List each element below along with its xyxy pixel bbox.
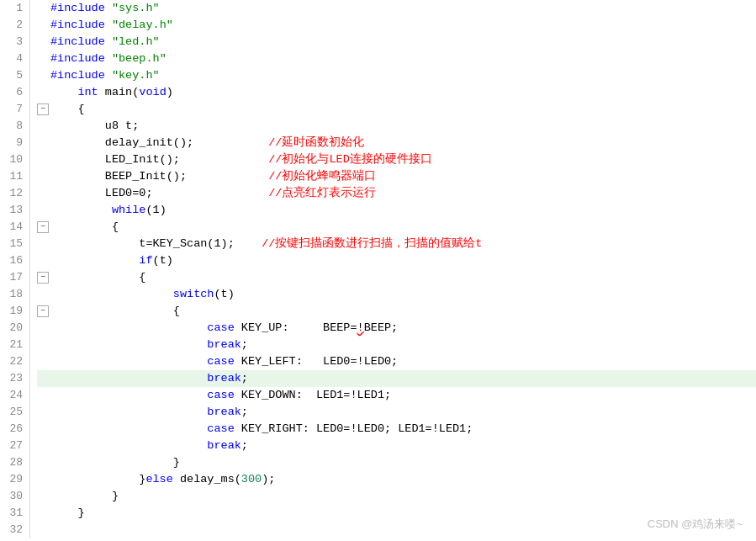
line-number: 26 xyxy=(7,421,23,438)
code-text: { xyxy=(50,303,756,320)
code-text: int main(void) xyxy=(50,84,756,101)
code-line: LED_Init(); //初始化与LED连接的硬件接口 xyxy=(37,151,756,168)
line-number: 24 xyxy=(7,387,23,404)
line-number: 14 xyxy=(7,219,23,236)
code-editor: 1234567891011121314151617181920212223242… xyxy=(0,0,756,538)
code-line: break; xyxy=(37,337,756,353)
line-number: 25 xyxy=(7,404,23,421)
code-line: } xyxy=(37,488,756,505)
code-line: if(t) xyxy=(37,252,756,269)
line-number: 3 xyxy=(7,34,23,50)
code-line: }else delay_ms(300); xyxy=(37,471,756,488)
code-text: { xyxy=(50,219,756,236)
code-line: switch(t) xyxy=(37,286,756,303)
code-line: BEEP_Init(); //初始化蜂鸣器端口 xyxy=(37,168,756,185)
code-text: LED_Init(); //初始化与LED连接的硬件接口 xyxy=(50,151,756,168)
line-number: 8 xyxy=(7,118,23,135)
code-line: #include "beep.h" xyxy=(37,50,756,67)
code-line: #include "sys.h" xyxy=(37,0,756,17)
code-text: if(t) xyxy=(50,252,756,269)
line-number: 17 xyxy=(7,269,23,286)
code-line: int main(void) xyxy=(37,84,756,101)
line-number: 2 xyxy=(7,17,23,34)
line-number: 23 xyxy=(7,370,23,387)
line-number: 18 xyxy=(7,286,23,303)
code-text: { xyxy=(50,101,756,118)
code-text: delay_init(); //延时函数初始化 xyxy=(50,135,756,151)
line-number: 9 xyxy=(7,135,23,151)
line-number: 19 xyxy=(7,303,23,320)
code-text: break; xyxy=(50,337,756,353)
line-number: 1 xyxy=(7,0,23,17)
code-text: break; xyxy=(50,370,756,387)
code-line: } xyxy=(37,454,756,471)
line-number: 6 xyxy=(7,84,23,101)
line-number: 7 xyxy=(7,101,23,118)
code-text: while(1) xyxy=(50,202,756,219)
code-line: − { xyxy=(37,269,756,286)
code-line: #include "led.h" xyxy=(37,34,756,50)
code-line: #include "delay.h" xyxy=(37,17,756,34)
code-text: case KEY_LEFT: LED0=!LED0; xyxy=(50,353,756,370)
code-line: delay_init(); //延时函数初始化 xyxy=(37,135,756,151)
line-number: 29 xyxy=(7,471,23,488)
code-text: } xyxy=(50,488,756,505)
line-number: 16 xyxy=(7,252,23,269)
code-text: BEEP_Init(); //初始化蜂鸣器端口 xyxy=(50,168,756,185)
code-line: break; xyxy=(37,438,756,454)
code-text: switch(t) xyxy=(50,286,756,303)
code-text: { xyxy=(50,269,756,286)
fold-icon[interactable]: − xyxy=(37,305,49,317)
code-line: case KEY_RIGHT: LED0=!LED0; LED1=!LED1; xyxy=(37,421,756,438)
fold-icon[interactable]: − xyxy=(37,221,49,233)
line-number: 21 xyxy=(7,337,23,353)
line-number: 13 xyxy=(7,202,23,219)
code-line: break; xyxy=(37,370,756,387)
line-number: 32 xyxy=(7,522,23,538)
code-line: #include "key.h" xyxy=(37,67,756,84)
code-line: t=KEY_Scan(1); //按键扫描函数进行扫描，扫描的值赋给t xyxy=(37,236,756,252)
code-text: LED0=0; //点亮红灯表示运行 xyxy=(50,185,756,202)
line-number: 28 xyxy=(7,454,23,471)
code-area: #include "sys.h"#include "delay.h"#inclu… xyxy=(30,0,756,538)
code-line: LED0=0; //点亮红灯表示运行 xyxy=(37,185,756,202)
line-number: 27 xyxy=(7,438,23,454)
code-text: case KEY_DOWN: LED1=!LED1; xyxy=(50,387,756,404)
watermark: CSDN @鸡汤来喽~ xyxy=(648,516,743,533)
code-text: }else delay_ms(300); xyxy=(50,471,756,488)
code-line: − { xyxy=(37,219,756,236)
code-text: #include "beep.h" xyxy=(50,50,756,67)
code-text: #include "key.h" xyxy=(50,67,756,84)
fold-icon[interactable]: − xyxy=(37,272,49,284)
code-text: u8 t; xyxy=(50,118,756,135)
code-line: u8 t; xyxy=(37,118,756,135)
code-line: case KEY_UP: BEEP=!BEEP; xyxy=(37,320,756,337)
code-text: break; xyxy=(50,438,756,454)
line-number: 10 xyxy=(7,151,23,168)
code-line: case KEY_DOWN: LED1=!LED1; xyxy=(37,387,756,404)
line-number: 11 xyxy=(7,168,23,185)
code-text: case KEY_UP: BEEP=!BEEP; xyxy=(50,320,756,337)
line-number: 5 xyxy=(7,67,23,84)
code-text: } xyxy=(50,454,756,471)
line-number: 15 xyxy=(7,236,23,252)
line-numbers: 1234567891011121314151617181920212223242… xyxy=(0,0,30,538)
code-line: while(1) xyxy=(37,202,756,219)
line-number: 20 xyxy=(7,320,23,337)
line-number: 12 xyxy=(7,185,23,202)
line-number: 4 xyxy=(7,50,23,67)
code-line: break; xyxy=(37,404,756,421)
fold-icon[interactable]: − xyxy=(37,103,49,115)
code-text: t=KEY_Scan(1); //按键扫描函数进行扫描，扫描的值赋给t xyxy=(50,236,756,252)
code-text: #include "delay.h" xyxy=(50,17,756,34)
code-text: case KEY_RIGHT: LED0=!LED0; LED1=!LED1; xyxy=(50,421,756,438)
line-number: 22 xyxy=(7,353,23,370)
code-line: − { xyxy=(37,101,756,118)
code-text: break; xyxy=(50,404,756,421)
code-line: − { xyxy=(37,303,756,320)
code-line: case KEY_LEFT: LED0=!LED0; xyxy=(37,353,756,370)
code-text: #include "sys.h" xyxy=(50,0,756,17)
line-number: 31 xyxy=(7,505,23,522)
line-number: 30 xyxy=(7,488,23,505)
code-text: #include "led.h" xyxy=(50,34,756,50)
